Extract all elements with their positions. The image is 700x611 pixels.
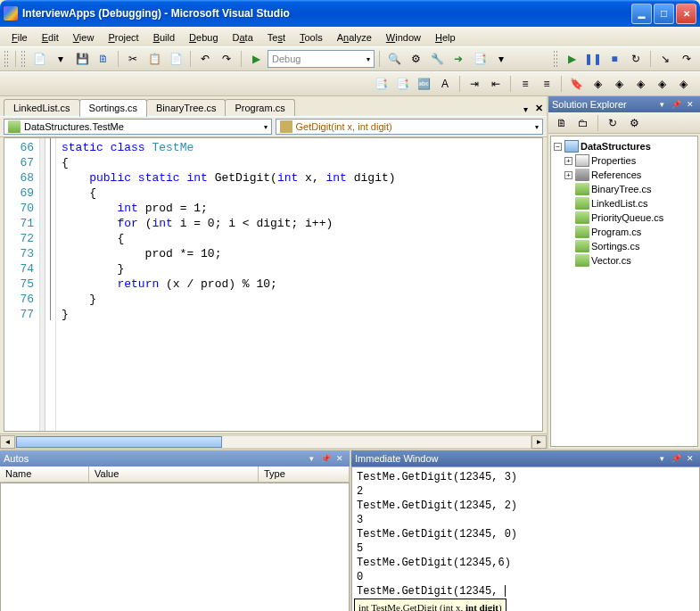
paste-button[interactable]: 📄 — [166, 49, 185, 69]
code-editor[interactable]: 66 67 68 69 70 71 72 73 74 75 76 77 stat… — [4, 137, 543, 432]
tree-project[interactable]: −DataStructures — [554, 139, 695, 153]
copy-button[interactable]: 📋 — [144, 49, 164, 69]
tree-properties[interactable]: +Properties — [554, 153, 695, 168]
document-tabstrip: LinkedList.cs Sortings.cs BinaryTree.cs … — [0, 96, 547, 116]
outdent-button[interactable]: ⇤ — [486, 74, 506, 94]
menu-data[interactable]: Data — [226, 30, 259, 45]
scroll-right-button[interactable]: ► — [531, 435, 547, 449]
tool-btn[interactable]: 📑 — [371, 74, 391, 94]
outline-margin[interactable] — [45, 138, 56, 431]
panel-dropdown-icon[interactable]: ▾ — [655, 98, 668, 111]
close-button[interactable] — [676, 4, 696, 24]
menu-project[interactable]: Project — [102, 30, 144, 45]
pause-button[interactable]: ❚❚ — [583, 49, 603, 69]
menu-test[interactable]: Test — [261, 30, 292, 45]
tree-file[interactable]: PriorityQueue.cs — [554, 211, 695, 225]
tab-linkedlist[interactable]: LinkedList.cs — [4, 99, 80, 116]
step-over-button[interactable]: ↷ — [677, 49, 696, 69]
toolbar-grip[interactable] — [21, 50, 26, 68]
panel-dropdown-icon[interactable]: ▾ — [655, 452, 668, 465]
tool-btn[interactable]: ◈ — [630, 74, 650, 94]
find-button[interactable]: 🔍 — [384, 49, 404, 69]
view-button[interactable]: ⚙ — [624, 113, 644, 133]
tree-file[interactable]: LinkedList.cs — [554, 196, 695, 211]
minimize-button[interactable] — [631, 4, 652, 24]
tab-close[interactable]: ✕ — [531, 101, 547, 116]
restart-button[interactable]: ↻ — [626, 49, 646, 69]
tool-btn[interactable]: A — [435, 74, 455, 94]
save-all-button[interactable]: 🗎 — [94, 49, 113, 69]
menu-analyze[interactable]: Analyze — [331, 30, 378, 45]
tool-btn[interactable]: 🔤 — [414, 74, 433, 94]
col-type[interactable]: Type — [259, 467, 350, 482]
code-area[interactable]: static class TestMe { public static int … — [56, 138, 542, 431]
menu-tools[interactable]: Tools — [293, 30, 329, 45]
editor-hscrollbar[interactable]: ◄ ► — [0, 433, 547, 449]
menu-file[interactable]: File — [5, 30, 34, 45]
panel-close-icon[interactable]: ✕ — [684, 98, 696, 111]
start-debug-button[interactable]: ▶ — [246, 49, 266, 69]
tool-btn[interactable]: ◈ — [588, 74, 607, 94]
open-button[interactable]: ▾ — [51, 49, 70, 69]
immediate-input[interactable]: TestMe.GetDigit(12345, 3) 2 TestMe.GetDi… — [351, 467, 700, 611]
tab-dropdown[interactable]: ▾ — [520, 103, 531, 116]
tree-references[interactable]: +References — [554, 168, 695, 182]
uncomment-button[interactable]: ≡ — [537, 74, 556, 94]
panel-close-icon[interactable]: ✕ — [334, 452, 346, 465]
menu-help[interactable]: Help — [429, 30, 462, 45]
tool-btn[interactable]: ▾ — [491, 49, 511, 69]
tool-btn[interactable]: ◈ — [673, 74, 693, 94]
tool-btn[interactable]: ◈ — [609, 74, 629, 94]
tool-btn[interactable]: ⚙ — [406, 49, 425, 69]
tree-file[interactable]: Vector.cs — [554, 253, 695, 268]
undo-button[interactable]: ↶ — [195, 49, 215, 69]
scroll-thumb[interactable] — [16, 436, 222, 448]
step-into-button[interactable]: ↘ — [655, 49, 675, 69]
col-name[interactable]: Name — [0, 467, 89, 482]
show-all-button[interactable]: 🗀 — [573, 113, 593, 133]
tool-btn[interactable]: 📑 — [470, 49, 490, 69]
pin-icon[interactable]: 📌 — [670, 98, 682, 111]
tool-btn[interactable]: ◈ — [652, 74, 671, 94]
continue-button[interactable]: ▶ — [562, 49, 581, 69]
col-value[interactable]: Value — [89, 467, 259, 482]
menu-edit[interactable]: Edit — [36, 30, 65, 45]
solution-tree[interactable]: −DataStructures +Properties +References … — [550, 136, 698, 447]
panel-close-icon[interactable]: ✕ — [684, 452, 696, 465]
toolbar-grip[interactable] — [4, 50, 9, 68]
tool-btn[interactable]: 🔧 — [427, 49, 447, 69]
autos-panel: Autos ▾ 📌 ✕ Name Value Type — [0, 450, 351, 611]
cut-button[interactable]: ✂ — [123, 49, 143, 69]
config-dropdown[interactable]: Debug — [268, 50, 375, 68]
pin-icon[interactable]: 📌 — [670, 452, 682, 465]
menu-window[interactable]: Window — [380, 30, 427, 45]
tab-program[interactable]: Program.cs — [225, 99, 294, 116]
autos-grid[interactable] — [0, 483, 350, 611]
tab-sortings[interactable]: Sortings.cs — [79, 99, 147, 117]
redo-button[interactable]: ↷ — [217, 49, 236, 69]
method-dropdown[interactable]: GetDigit(int x, int digit) — [276, 119, 544, 135]
toolbar-grip[interactable] — [553, 50, 558, 68]
tree-file[interactable]: Sortings.cs — [554, 239, 695, 253]
refresh-button[interactable]: ↻ — [603, 113, 622, 133]
menu-view[interactable]: View — [67, 30, 101, 45]
tree-file[interactable]: BinaryTree.cs — [554, 182, 695, 196]
menu-debug[interactable]: Debug — [183, 30, 224, 45]
maximize-button[interactable] — [654, 4, 674, 24]
save-button[interactable]: 💾 — [72, 49, 92, 69]
indent-button[interactable]: ⇥ — [465, 74, 484, 94]
step-button[interactable]: ➜ — [449, 49, 468, 69]
class-dropdown[interactable]: DataStructures.TestMe — [4, 119, 272, 135]
tool-btn[interactable]: 📑 — [392, 74, 412, 94]
comment-button[interactable]: ≡ — [515, 74, 535, 94]
tab-binarytree[interactable]: BinaryTree.cs — [146, 99, 226, 116]
scroll-left-button[interactable]: ◄ — [0, 435, 15, 449]
stop-button[interactable]: ■ — [605, 49, 624, 69]
panel-dropdown-icon[interactable]: ▾ — [305, 452, 317, 465]
properties-button[interactable]: 🗎 — [552, 113, 572, 133]
new-project-button[interactable]: 📄 — [29, 49, 49, 69]
menu-build[interactable]: Build — [147, 30, 181, 45]
pin-icon[interactable]: 📌 — [319, 452, 332, 465]
tree-file[interactable]: Program.cs — [554, 225, 695, 239]
bookmark-button[interactable]: 🔖 — [566, 74, 586, 94]
